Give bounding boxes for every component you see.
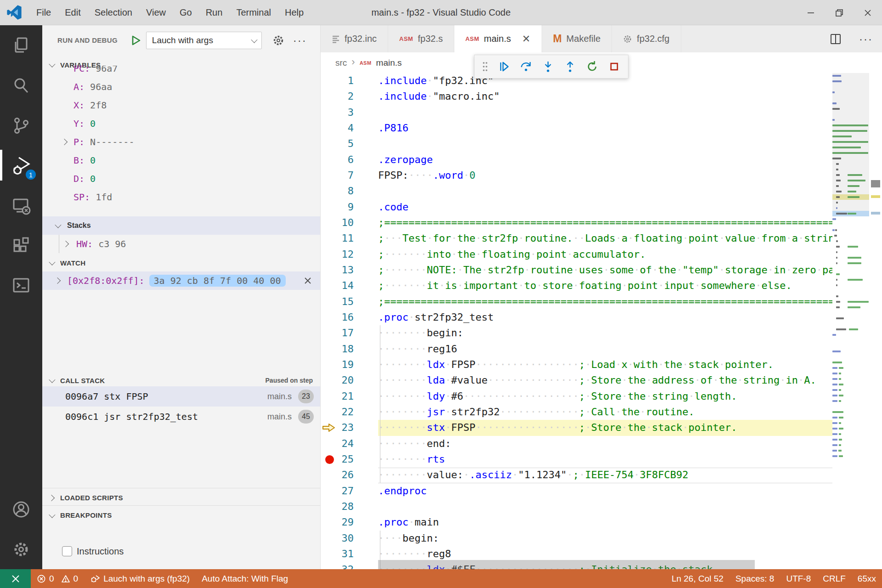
language-mode-indicator[interactable]: 65xx [852, 569, 882, 588]
gutter[interactable]: 26 [321, 467, 378, 483]
gutter[interactable]: 25 [321, 452, 378, 467]
code-line[interactable]: 20········lda·#value···············;·Sto… [321, 373, 832, 388]
gutter[interactable]: 8 [321, 183, 378, 199]
horizontal-scrollbar[interactable] [378, 560, 755, 569]
toolbar-drag-handle[interactable] [479, 57, 491, 76]
menu-help[interactable]: Help [278, 0, 311, 25]
gutter[interactable]: 32 [321, 562, 378, 569]
close-tab-icon[interactable]: ✕ [522, 34, 530, 44]
variable-row[interactable]: D:0 [42, 170, 320, 188]
code-line[interactable]: 10;=====================================… [321, 215, 832, 231]
code-line[interactable]: 28 [321, 499, 832, 514]
remote-indicator[interactable] [0, 569, 31, 588]
minimap-slider[interactable] [832, 73, 869, 211]
loaded-scripts-section-header[interactable]: LOADED SCRIPTS [42, 488, 320, 507]
eol-indicator[interactable]: CRLF [817, 569, 852, 588]
code-line[interactable]: 5 [321, 136, 832, 152]
debug-settings-gear-icon[interactable] [272, 34, 285, 47]
tab-main-s[interactable]: ASM main.s ✕ [454, 25, 542, 52]
more-editor-actions-icon[interactable]: ··· [859, 34, 873, 44]
code-line[interactable]: 16.proc·str2fp32_test [321, 310, 832, 325]
code-line[interactable]: 14;·······it·is·important·to·store·foati… [321, 278, 832, 294]
breakpoint-row-instructions[interactable]: Instructions [42, 542, 320, 560]
code-line[interactable]: 6.zeropage [321, 152, 832, 168]
menu-file[interactable]: File [29, 0, 58, 25]
start-debug-icon[interactable] [130, 34, 141, 46]
gutter[interactable]: 12 [321, 247, 378, 262]
split-editor-icon[interactable] [830, 33, 842, 45]
menu-go[interactable]: Go [173, 0, 199, 25]
gutter[interactable]: 3 [321, 105, 378, 120]
gutter[interactable]: 30 [321, 531, 378, 546]
code-line[interactable]: 29.proc·main [321, 514, 832, 530]
sidebar-item-remote-explorer[interactable] [0, 185, 42, 225]
code-line[interactable]: 22········jsr·str2fp32·············;·Cal… [321, 404, 832, 420]
restore-button[interactable] [825, 0, 854, 25]
code-line[interactable]: 3 [321, 105, 832, 120]
step-over-icon[interactable] [517, 57, 535, 76]
gutter[interactable]: 2 [321, 89, 378, 104]
watch-section-header[interactable]: WATCH [42, 253, 320, 272]
gutter[interactable]: 27 [321, 483, 378, 499]
code-line[interactable]: 19········ldx·FPSP·················;·Loa… [321, 357, 832, 373]
code-line[interactable]: 25········rts [321, 452, 832, 467]
gutter[interactable]: 28 [321, 499, 378, 514]
menu-terminal[interactable]: Terminal [229, 0, 278, 25]
gutter[interactable]: 7 [321, 168, 378, 183]
gutter[interactable]: 11 [321, 231, 378, 246]
gutter[interactable]: 19 [321, 357, 378, 373]
variable-row[interactable]: B:0 [42, 151, 320, 170]
code-line[interactable]: 11;···Test·for·the·str2fp·routine.··Load… [321, 231, 832, 246]
launch-config-select[interactable]: Lauch with args [146, 32, 262, 49]
checkbox-unchecked[interactable] [62, 546, 72, 556]
code-line[interactable]: 8 [321, 183, 832, 199]
code-line[interactable]: 9.code [321, 199, 832, 215]
menu-view[interactable]: View [139, 0, 173, 25]
settings-button[interactable] [0, 529, 42, 569]
cursor-position-indicator[interactable]: Ln 26, Col 52 [666, 569, 729, 588]
breakpoints-section-header[interactable]: BREAKPOINTS [42, 505, 320, 525]
gutter[interactable]: 18 [321, 341, 378, 357]
code-line[interactable]: 17········begin: [321, 325, 832, 341]
variable-row[interactable]: P:N------- [42, 133, 320, 151]
variable-row[interactable]: X:2f8 [42, 96, 320, 114]
code-line[interactable]: 21········ldy·#6···················;·Sto… [321, 389, 832, 404]
code-line[interactable]: 24········end: [321, 436, 832, 452]
indentation-indicator[interactable]: Spaces: 8 [729, 569, 780, 588]
gutter[interactable]: 16 [321, 310, 378, 325]
code-line[interactable]: 18········reg16 [321, 341, 832, 357]
menu-run[interactable]: Run [199, 0, 230, 25]
breadcrumb-file[interactable]: main.s [376, 58, 402, 68]
sidebar-item-terminal[interactable] [0, 265, 42, 305]
variable-row[interactable]: Y:0 [42, 114, 320, 133]
sidebar-item-run-and-debug[interactable]: 1 [0, 145, 42, 185]
gutter[interactable]: 23 [321, 420, 378, 435]
debug-session-indicator[interactable]: Lauch with args (fp32) [84, 569, 196, 588]
gutter[interactable]: 5 [321, 136, 378, 152]
tab-makefile[interactable]: M Makefile [542, 25, 612, 52]
encoding-indicator[interactable]: UTF-8 [780, 569, 817, 588]
code-line[interactable]: 7FPSP:····.word·0 [321, 168, 832, 183]
menu-edit[interactable]: Edit [58, 0, 87, 25]
gutter[interactable]: 24 [321, 436, 378, 452]
gutter[interactable]: 10 [321, 215, 378, 231]
gutter[interactable]: 17 [321, 325, 378, 341]
stack-hw-row[interactable]: HW: c3 96 [42, 235, 320, 253]
step-into-icon[interactable] [539, 57, 557, 76]
code-line[interactable]: 13;·······NOTE:·The·str2fp·routine·uses·… [321, 262, 832, 278]
breadcrumb-folder[interactable]: src [335, 58, 347, 68]
code-line[interactable]: 26········value:·.asciiz·"1.1234"·;·IEEE… [321, 467, 832, 483]
remove-watch-icon[interactable] [304, 277, 312, 285]
step-out-icon[interactable] [561, 57, 579, 76]
restart-icon[interactable] [583, 57, 601, 76]
sidebar-item-source-control[interactable] [0, 105, 42, 145]
code-line[interactable]: 30····begin: [321, 531, 832, 546]
gutter[interactable]: 13 [321, 262, 378, 278]
stacks-scope-row[interactable]: Stacks [42, 216, 320, 235]
minimap[interactable] [832, 73, 869, 569]
gutter[interactable]: 20 [321, 373, 378, 388]
code-line[interactable]: 12;·······into·the·floating·point·accumu… [321, 247, 832, 262]
code-line[interactable]: 15;=====================================… [321, 294, 832, 310]
gutter[interactable]: 1 [321, 73, 378, 89]
breakpoint-dot-icon[interactable] [325, 455, 334, 464]
